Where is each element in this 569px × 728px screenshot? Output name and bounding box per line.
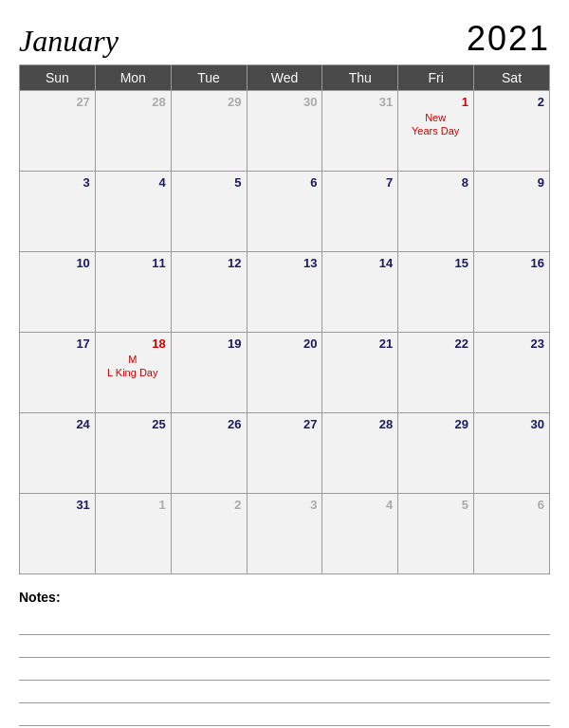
notes-section: Notes: xyxy=(19,590,550,726)
calendar-cell: 9 xyxy=(474,172,550,252)
week-row-5: 31123456 xyxy=(20,494,550,574)
day-number: 13 xyxy=(251,256,318,270)
calendar-cell: 29 xyxy=(171,91,247,172)
day-number: 5 xyxy=(175,175,242,190)
calendar-cell: 3 xyxy=(247,494,322,574)
weekday-header-sat: Sat xyxy=(474,65,550,91)
calendar-cell: 18ML King Day xyxy=(95,333,171,413)
day-number: 28 xyxy=(100,95,166,109)
day-number: 14 xyxy=(326,256,393,270)
day-number: 10 xyxy=(24,256,90,270)
week-row-4: 24252627282930 xyxy=(20,413,550,494)
day-number: 19 xyxy=(175,337,242,351)
calendar-cell: 10 xyxy=(20,252,96,333)
notes-line xyxy=(19,635,550,658)
day-number: 4 xyxy=(326,498,393,512)
calendar-cell: 2 xyxy=(171,494,247,574)
weekday-header-fri: Fri xyxy=(398,65,474,91)
calendar-cell: 21 xyxy=(322,333,398,413)
day-number: 31 xyxy=(326,95,393,109)
calendar-cell: 31 xyxy=(322,91,398,172)
week-row-0: 27282930311NewYears Day2 xyxy=(20,91,550,172)
calendar-table: SunMonTueWedThuFriSat 27282930311NewYear… xyxy=(19,64,550,574)
week-row-1: 3456789 xyxy=(20,172,550,252)
calendar-cell: 14 xyxy=(322,252,398,333)
weekday-header-row: SunMonTueWedThuFriSat xyxy=(20,65,550,91)
calendar-cell: 5 xyxy=(398,494,474,574)
calendar-cell: 6 xyxy=(247,172,322,252)
day-number: 23 xyxy=(478,337,544,351)
week-row-3: 1718ML King Day1920212223 xyxy=(20,333,550,413)
calendar-cell: 2 xyxy=(474,91,550,172)
calendar-cell: 4 xyxy=(95,172,171,252)
calendar-cell: 3 xyxy=(20,172,96,252)
day-number: 26 xyxy=(175,417,242,431)
day-number: 1 xyxy=(100,498,166,512)
calendar-cell: 26 xyxy=(171,413,247,494)
day-number: 2 xyxy=(175,498,242,512)
day-number: 11 xyxy=(100,256,166,270)
day-number: 17 xyxy=(24,337,90,351)
calendar-cell: 27 xyxy=(20,91,96,172)
notes-line xyxy=(19,612,550,635)
calendar-cell: 1NewYears Day xyxy=(398,91,474,172)
notes-line xyxy=(19,658,550,681)
day-number: 18 xyxy=(100,337,166,351)
day-number: 31 xyxy=(24,498,90,512)
day-number: 30 xyxy=(251,95,318,109)
day-number: 27 xyxy=(251,417,318,431)
day-number: 24 xyxy=(24,417,90,431)
calendar-cell: 5 xyxy=(171,172,247,252)
day-number: 3 xyxy=(251,498,318,512)
calendar-cell: 1 xyxy=(95,494,171,574)
day-number: 28 xyxy=(326,417,393,431)
notes-line xyxy=(19,681,550,703)
calendar-cell: 28 xyxy=(322,413,398,494)
day-number: 16 xyxy=(478,256,544,270)
calendar-cell: 13 xyxy=(247,252,322,333)
day-number: 20 xyxy=(251,337,318,351)
week-row-2: 10111213141516 xyxy=(20,252,550,333)
calendar-cell: 29 xyxy=(398,413,474,494)
day-number: 4 xyxy=(100,175,166,190)
calendar-cell: 24 xyxy=(20,413,96,494)
calendar-cell: 19 xyxy=(171,333,247,413)
calendar-cell: 27 xyxy=(247,413,322,494)
day-number: 5 xyxy=(402,498,468,512)
day-number: 9 xyxy=(478,175,544,190)
calendar-cell: 31 xyxy=(20,494,96,574)
notes-label: Notes: xyxy=(19,590,550,605)
day-number: 1 xyxy=(402,95,468,109)
weekday-header-mon: Mon xyxy=(95,65,171,91)
holiday-label: NewYears Day xyxy=(402,111,468,138)
day-number: 6 xyxy=(251,175,318,190)
notes-line xyxy=(19,703,550,726)
calendar-cell: 7 xyxy=(322,172,398,252)
day-number: 6 xyxy=(478,498,544,512)
calendar-header: January 2021 xyxy=(19,19,550,59)
calendar-cell: 28 xyxy=(95,91,171,172)
month-title: January xyxy=(19,24,119,59)
calendar-cell: 16 xyxy=(474,252,550,333)
day-number: 29 xyxy=(175,95,242,109)
calendar-cell: 17 xyxy=(20,333,96,413)
calendar-cell: 6 xyxy=(474,494,550,574)
day-number: 8 xyxy=(402,175,468,190)
day-number: 2 xyxy=(478,95,544,109)
calendar-cell: 12 xyxy=(171,252,247,333)
calendar-cell: 22 xyxy=(398,333,474,413)
calendar-cell: 8 xyxy=(398,172,474,252)
weekday-header-wed: Wed xyxy=(247,65,322,91)
calendar-cell: 20 xyxy=(247,333,322,413)
weekday-header-thu: Thu xyxy=(322,65,398,91)
day-number: 12 xyxy=(175,256,242,270)
day-number: 25 xyxy=(100,417,166,431)
day-number: 29 xyxy=(402,417,468,431)
day-number: 15 xyxy=(402,256,468,270)
year-title: 2021 xyxy=(467,19,550,59)
weekday-header-tue: Tue xyxy=(171,65,247,91)
day-number: 30 xyxy=(478,417,544,431)
day-number: 7 xyxy=(326,175,393,190)
calendar-cell: 30 xyxy=(247,91,322,172)
day-number: 27 xyxy=(24,95,90,109)
